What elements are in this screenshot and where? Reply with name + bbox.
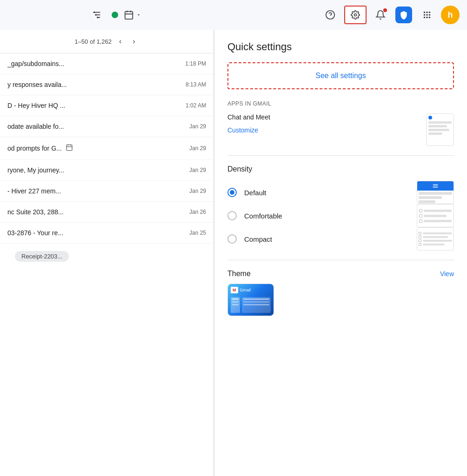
svg-point-13: [424, 12, 426, 13]
density-option-default[interactable]: Default: [227, 182, 267, 203]
density-section: Density Default: [227, 165, 454, 251]
divider-1: [227, 155, 454, 156]
receipt-tag[interactable]: Receipt-2203...: [15, 251, 69, 262]
main-content: 1–50 of 1,262 ‹ › _gap/subdomains... 1:1…: [0, 30, 467, 476]
calendar-icon: [66, 144, 73, 153]
settings-button[interactable]: [344, 6, 367, 24]
email-list: _gap/subdomains... 1:18 PM y responses a…: [0, 53, 213, 476]
svg-point-4: [95, 14, 97, 16]
hiver-shield-icon: [395, 7, 412, 23]
notification-badge: [383, 8, 387, 12]
settings-title: Quick settings: [227, 41, 454, 53]
svg-point-17: [426, 14, 428, 16]
theme-preview: M Gmail: [227, 284, 274, 316]
email-count: 1–50 of 1,262: [74, 38, 112, 45]
radio-comfortable[interactable]: [227, 211, 237, 220]
see-all-settings-button[interactable]: See all settings: [230, 65, 451, 86]
chat-preview-dot: [428, 116, 432, 119]
svg-point-18: [429, 14, 431, 16]
density-option-row-comfortable: Comfortable: [227, 204, 454, 227]
svg-point-3: [93, 12, 95, 13]
list-item[interactable]: od prompts for G... Jan 29: [0, 137, 213, 160]
density-compact-preview: [417, 227, 454, 251]
density-default-preview: [417, 181, 454, 204]
svg-point-15: [429, 12, 431, 13]
svg-point-21: [429, 17, 431, 19]
density-title: Density: [227, 165, 454, 173]
svg-rect-22: [67, 145, 72, 151]
next-page-button[interactable]: ›: [129, 35, 139, 47]
avatar-button[interactable]: h: [441, 6, 460, 24]
list-item[interactable]: ryone, My journey... Jan 29: [0, 160, 213, 181]
toolbar-right: h: [227, 6, 460, 24]
list-item[interactable]: odate available fo... Jan 29: [0, 116, 213, 137]
filter-icon[interactable]: [87, 6, 106, 24]
notifications-button[interactable]: [371, 6, 390, 24]
theme-view-link[interactable]: View: [440, 270, 454, 278]
density-compact-label: Compact: [244, 235, 272, 243]
divider-2: [227, 260, 454, 260]
svg-point-14: [426, 12, 428, 13]
toolbar: h: [0, 0, 467, 30]
theme-title: Theme: [227, 270, 251, 278]
density-option-row-compact: Compact: [227, 227, 454, 251]
svg-point-5: [97, 17, 99, 19]
email-toolbar: 1–50 of 1,262 ‹ ›: [0, 30, 213, 53]
settings-inner: Quick settings See all settings Apps in …: [214, 30, 467, 327]
svg-point-20: [426, 17, 428, 19]
see-all-settings-container: See all settings: [227, 62, 454, 89]
settings-panel: Quick settings See all settings Apps in …: [214, 30, 467, 476]
theme-section: Theme View M Gmail: [227, 270, 454, 316]
radio-default[interactable]: [227, 188, 237, 197]
density-comfortable-label: Comfortable: [244, 212, 282, 220]
list-item[interactable]: nc Suite 203, 288... Jan 26: [0, 202, 213, 223]
radio-compact[interactable]: [227, 234, 237, 244]
chat-meet-preview: [426, 113, 454, 146]
list-item[interactable]: - Hiver 227 mem... Jan 29: [0, 181, 213, 202]
apps-in-gmail-section: Apps in Gmail: [227, 100, 454, 107]
prev-page-button[interactable]: ‹: [115, 35, 125, 47]
hiver-shield-button[interactable]: [394, 6, 413, 24]
svg-rect-6: [125, 12, 133, 19]
list-item[interactable]: _gap/subdomains... 1:18 PM: [0, 53, 213, 74]
apps-button[interactable]: [418, 6, 436, 24]
status-dot: [112, 12, 118, 18]
list-item[interactable]: y responses availa... 8:13 AM: [0, 74, 213, 95]
list-item[interactable]: D - Hey Hiver HQ ... 1:02 AM: [0, 95, 213, 116]
density-default-label: Default: [244, 189, 267, 197]
list-item[interactable]: 03-2876 - Your re... Jan 25: [0, 223, 213, 244]
apps-in-gmail-label: Apps in Gmail: [227, 100, 454, 107]
svg-point-19: [424, 17, 426, 19]
tag-area: Receipt-2203...: [0, 244, 213, 269]
chat-meet-label: Chat and Meet: [227, 113, 270, 121]
svg-point-12: [354, 14, 357, 16]
density-option-comfortable[interactable]: Comfortable: [227, 205, 282, 226]
density-option-row-default: Default: [227, 181, 454, 204]
email-panel: 1–50 of 1,262 ‹ › _gap/subdomains... 1:1…: [0, 30, 214, 476]
toolbar-left: [7, 6, 221, 24]
density-option-compact[interactable]: Compact: [227, 229, 272, 249]
help-button[interactable]: [321, 6, 340, 24]
density-comfortable-preview: [417, 204, 454, 227]
calendar-dropdown-btn[interactable]: [124, 10, 141, 20]
customize-link[interactable]: Customize: [227, 126, 270, 134]
svg-point-16: [424, 14, 426, 16]
chat-meet-section: Chat and Meet Customize: [227, 113, 454, 146]
